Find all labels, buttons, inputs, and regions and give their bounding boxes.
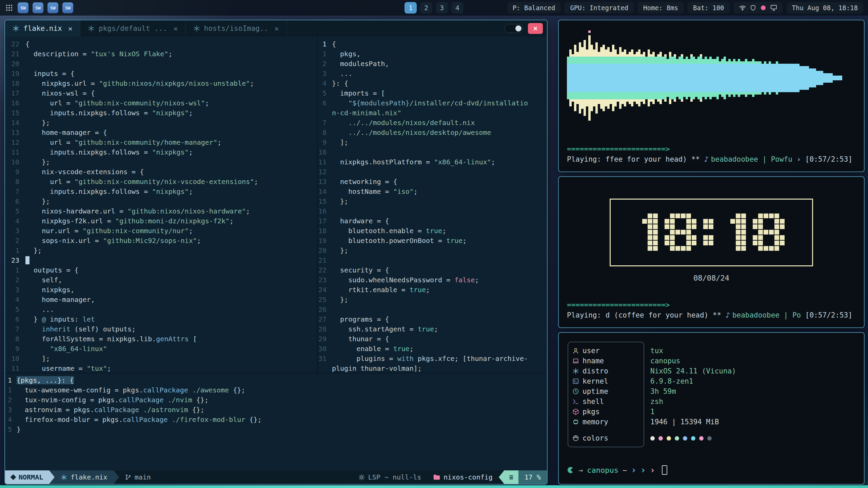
code-line[interactable]: 16 url = "github:nix-community/nixos-wsl… [5,98,317,108]
code-line[interactable]: 1 pkgs, [318,49,547,59]
code-line[interactable]: 9 ]; [318,138,547,147]
workspace-app-badge[interactable]: SW [62,2,73,13]
line-number: 17 [318,216,332,226]
code-line[interactable]: 20 }; [318,246,547,256]
code-line[interactable]: 6 "${modulesPath}/installer/cd-dvd/insta… [318,98,547,108]
code-line[interactable]: 22{ [5,39,317,49]
code-text: url = "github:nix-community/nix-vscode-e… [25,177,258,187]
code-line[interactable]: 25 }; [318,295,547,305]
app-launcher-icon[interactable] [5,3,14,12]
code-line[interactable]: 18 bluetooth.enable = true; [318,226,547,236]
code-line[interactable]: 17 hardware = { [318,216,547,226]
code-line[interactable]: 7 inherit (self) outputs; [5,324,317,334]
code-line[interactable]: 4 home-manager, [5,295,317,305]
tab-close-icon[interactable]: × [68,24,73,33]
code-line[interactable]: 12 url = "github:nix-community/home-mana… [5,138,317,147]
code-line[interactable]: 27 programs = { [318,314,547,324]
tag-3[interactable]: 3 [436,2,448,14]
code-line[interactable]: 2 modulesPath, [318,59,547,69]
code-line[interactable]: 3 nixpkgs, [5,285,317,295]
code-line[interactable]: 1{pkgs, ...}: { [5,375,547,385]
code-line[interactable]: 3 nur.url = "github:nix-community/nur"; [5,226,317,236]
window-close-button[interactable]: × [528,23,543,34]
code-line[interactable]: 18 nixpkgs.url = "github:nixos/nixpkgs/n… [5,79,317,88]
code-line[interactable]: 12 [318,167,547,177]
code-line[interactable]: 7 inputs.nixpkgs.follows = "nixpkgs"; [5,187,317,197]
code-line[interactable]: 28 ssh.startAgent = true; [318,324,547,334]
tag-4[interactable]: 4 [451,2,463,14]
code-line[interactable]: 3 astronvim = pkgs.callPackage ./astronv… [5,405,547,415]
code-line[interactable]: 6 } @ inputs: let [5,314,317,324]
code-line[interactable]: 14 hostName = "iso"; [318,187,547,197]
tab-pkgs-default[interactable]: pkgs/default ... × [80,20,186,37]
code-line[interactable]: 21 description = "tux's NixOS Flake"; [5,49,317,59]
code-line[interactable]: 9 nix-vscode-extensions = { [5,167,317,177]
tab-hosts-isoimage[interactable]: hosts/isoImag.. × [186,20,287,37]
tag-2[interactable]: 2 [420,2,432,14]
code-line[interactable]: 1{ [318,39,547,49]
workspace-app-badge[interactable]: SW [47,2,58,13]
workspace-app-badge[interactable]: SW [18,2,28,13]
code-line[interactable]: 17 nixos-wsl = { [5,88,317,98]
code-line[interactable]: 31 plugins = with pkgs.xfce; [thunar-arc… [318,354,547,364]
code-line[interactable]: 1 }; [5,246,317,256]
code-line[interactable]: 9 "x86_64-linux" [5,344,317,354]
code-token: ; [217,138,221,146]
code-line[interactable]: 19 bluetooth.powerOnBoot = true; [318,236,547,246]
code-line[interactable]: 22 security = { [318,265,547,275]
tag-1[interactable]: 1 [405,2,417,14]
code-line[interactable]: 24 rtkit.enable = true; [318,285,547,295]
workspace-app-badge[interactable]: SW [33,2,43,13]
code-line[interactable]: 7 ../../modules/nixos/default.nix [318,118,547,128]
code-line[interactable]: 14 }; [5,118,317,128]
code-line[interactable]: 8 forAllSystems = nixpkgs.lib.genAttrs [ [5,334,317,344]
code-text: url = "github:nix-community/nixos-wsl"; [25,98,209,108]
code-line[interactable]: 5 imports = [ [318,88,547,98]
code-line[interactable]: 5 nixos-hardware.url = "github:nixos/nix… [5,206,317,216]
code-line[interactable]: plugin thunar-volman]; [318,364,547,373]
tab-close-icon[interactable]: × [173,24,178,33]
code-line[interactable]: 4}: { [318,79,547,88]
code-line[interactable]: 1 outputs = { [5,265,317,275]
code-line[interactable]: 4 nixpkgs-f2k.url = "github:moni-dz/nixp… [5,216,317,226]
code-line[interactable]: 2 sops-nix.url = "github:Mic92/sops-nix"… [5,236,317,246]
code-line[interactable]: 13 home-manager = { [5,128,317,138]
code-token: inputs.nixpkgs.follows = [25,148,152,156]
tab-flake-nix[interactable]: flake.nix × [5,20,80,37]
code-line[interactable]: 10 }; [5,157,317,167]
tab-close-icon[interactable]: × [274,24,279,33]
code-line[interactable]: 11 username = "tux"; [5,364,317,373]
code-line[interactable]: 10 ]; [5,354,317,364]
code-line[interactable]: 2 self, [5,275,317,285]
code-line[interactable]: 21 [318,256,547,265]
code-line[interactable]: 3 ... [318,69,547,79]
code-line[interactable]: 23 [5,256,317,265]
code-token: @ [42,315,46,323]
code-line[interactable]: 15 }; [318,197,547,206]
code-line[interactable]: 5 ... [5,305,317,314]
code-line[interactable]: 5} [5,425,547,434]
code-line[interactable]: 29 thunar = { [318,334,547,344]
code-token: inputs: [46,315,82,323]
toggle-switch[interactable] [504,24,523,33]
shell-prompt[interactable]: → canopus ~ ››› [567,465,856,477]
code-line[interactable]: 1 tux-awesome-wm-config = pkgs.callPacka… [5,385,547,395]
code-line[interactable]: 15 inputs.nixpkgs.follows = "nixpkgs"; [5,108,317,118]
code-line[interactable]: 4 firefox-mod-blur = pkgs.callPackage ./… [5,415,547,425]
code-line[interactable]: 8 url = "github:nix-community/nix-vscode… [5,177,317,187]
code-line[interactable]: n-cd-minimal.nix" [318,108,547,118]
code-line[interactable]: 11 nixpkgs.hostPlatform = "x86_64-linux"… [318,157,547,167]
code-line[interactable]: 8 ../../modules/nixos/desktop/awesome [318,128,547,138]
code-line[interactable]: 20 [5,59,317,69]
code-line[interactable]: 23 sudo.wheelNeedsPassword = false; [318,275,547,285]
code-line[interactable]: 2 tux-nvim-config = pkgs.callPackage ./n… [5,395,547,405]
code-line[interactable]: 19 inputs = { [5,69,317,79]
code-line[interactable]: 6 }; [5,197,317,206]
code-line[interactable]: 16 [318,206,547,216]
code-token: nixos-hardware.url = [25,207,127,215]
code-line[interactable]: 13 networking = { [318,177,547,187]
code-line[interactable]: 11 inputs.nixpkgs.follows = "nixpkgs"; [5,147,317,157]
code-line[interactable]: 10 [318,147,547,157]
code-line[interactable]: 26 [318,305,547,314]
code-line[interactable]: 30 enable = true; [318,344,547,354]
